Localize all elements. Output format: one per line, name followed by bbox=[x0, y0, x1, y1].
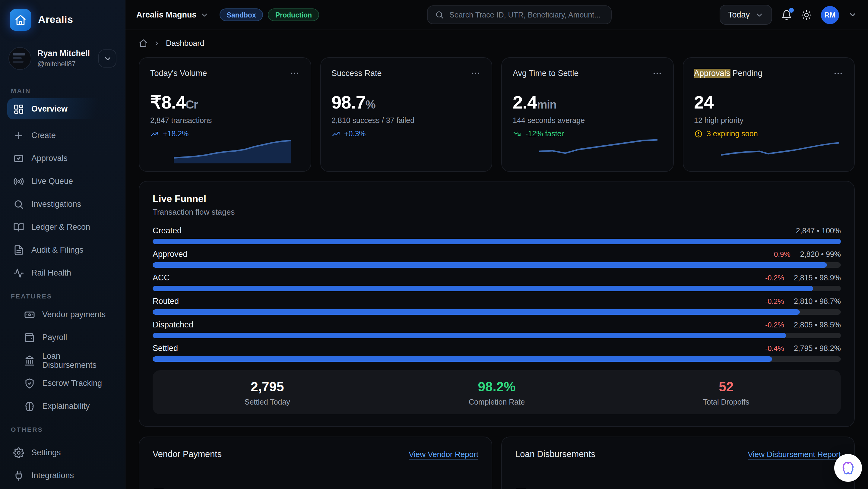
sidebar-item-label: Settings bbox=[31, 448, 61, 457]
kpi-value: 2.4min bbox=[513, 94, 662, 111]
kpi-trend: -12% faster bbox=[513, 130, 662, 138]
profile-avatar[interactable] bbox=[8, 47, 31, 70]
home-icon[interactable] bbox=[139, 39, 148, 47]
sidebar-item-loan-disbursements[interactable]: Loan Disbursements bbox=[7, 350, 118, 371]
wallet-icon bbox=[24, 332, 35, 343]
banknote-icon bbox=[24, 309, 35, 320]
trending-up-icon bbox=[332, 130, 340, 138]
sidebar-item-escrow-tracking[interactable]: Escrow Tracking bbox=[7, 372, 118, 394]
search-input[interactable] bbox=[450, 10, 604, 19]
plus-icon bbox=[13, 130, 24, 141]
funnel-title: Live Funnel bbox=[153, 194, 841, 204]
profile-expand-button[interactable] bbox=[98, 50, 116, 68]
funnel-stage-approved: Approved -0.9%2,820 • 99% bbox=[153, 250, 841, 268]
sidebar-item-create[interactable]: Create bbox=[7, 125, 118, 146]
sandbox-badge[interactable]: Sandbox bbox=[220, 8, 263, 21]
sidebar-item-label: Loan Disbursements bbox=[42, 351, 112, 369]
view-disbursement-report-link[interactable]: View Disbursement Report bbox=[748, 450, 841, 459]
topbar: Arealis Magnus Sandbox Production Today bbox=[125, 0, 868, 30]
brand-logo[interactable] bbox=[10, 9, 31, 31]
nav-others: Settings Integrations bbox=[0, 437, 125, 489]
sidebar-item-settings[interactable]: Settings bbox=[7, 442, 118, 463]
stage-bar-track bbox=[153, 239, 841, 244]
sidebar-item-label: Overview bbox=[31, 104, 67, 113]
user-menu-chevron[interactable] bbox=[848, 10, 857, 19]
profile-handle: @mitchell87 bbox=[37, 60, 90, 68]
trending-down-icon bbox=[513, 130, 521, 138]
more-options-button[interactable] bbox=[470, 68, 481, 78]
org-switcher[interactable]: Arealis Magnus bbox=[136, 10, 209, 19]
sidebar-item-explainability[interactable]: Explainability bbox=[7, 395, 118, 417]
summary-completion-rate: 98.2% Completion Rate bbox=[382, 379, 612, 406]
stage-bar-track bbox=[153, 286, 841, 291]
home-icon bbox=[14, 14, 27, 26]
stage-name: Dispatched bbox=[153, 320, 193, 329]
search-icon bbox=[13, 199, 24, 209]
sidebar-item-approvals[interactable]: Approvals bbox=[7, 148, 118, 169]
stage-name: Approved bbox=[153, 250, 188, 259]
sidebar-item-label: Ledger & Recon bbox=[31, 223, 90, 232]
profile-name: Ryan Mitchell bbox=[37, 49, 90, 59]
chevron-down-icon bbox=[103, 54, 112, 63]
summary-label: Settled Today bbox=[153, 398, 382, 406]
sidebar-item-integrations[interactable]: Integrations bbox=[7, 465, 118, 486]
sidebar-item-label: Payroll bbox=[42, 333, 67, 342]
sidebar: Arealis Ryan Mitchell @mitchell87 MAIN O… bbox=[0, 0, 125, 489]
stage-name: Created bbox=[153, 226, 182, 235]
section-label-features: FEATURES bbox=[0, 283, 125, 304]
nav-features: Vendor payments Payroll Loan Disbursemen… bbox=[0, 304, 125, 417]
kpi-row: Today's Volume ₹8.4Cr 2,847 transactions… bbox=[139, 57, 855, 172]
ai-assistant-fab[interactable] bbox=[834, 454, 862, 482]
landmark-bank-icon bbox=[24, 355, 35, 366]
summary-value: 52 bbox=[611, 379, 841, 395]
stage-drop: -0.9% bbox=[772, 250, 790, 259]
kpi-title: Approvals Pending bbox=[694, 69, 763, 78]
kpi-trend: +0.3% bbox=[332, 130, 481, 138]
summary-label: Total Dropoffs bbox=[611, 398, 841, 406]
stage-bar-track bbox=[153, 356, 841, 362]
sidebar-item-overview[interactable]: Overview bbox=[7, 98, 118, 119]
kpi-subtitle: 2,810 success / 37 failed bbox=[332, 117, 481, 125]
summary-settled-today: 2,795 Settled Today bbox=[153, 379, 382, 406]
kpi-value: 24 bbox=[694, 94, 843, 111]
main-area: Arealis Magnus Sandbox Production Today bbox=[125, 0, 868, 489]
stage-drop: -0.2% bbox=[765, 297, 784, 306]
gear-icon bbox=[13, 447, 24, 458]
sidebar-item-investigations[interactable]: Investigations bbox=[7, 194, 118, 215]
report-title: Loan Disbursements bbox=[515, 449, 595, 459]
sidebar-item-audit-filings[interactable]: Audit & Filings bbox=[7, 239, 118, 260]
breadcrumb-current: Dashboard bbox=[166, 39, 204, 47]
stage-bar-fill bbox=[153, 309, 800, 315]
date-range-button[interactable]: Today bbox=[720, 5, 772, 25]
funnel-stage-routed: Routed -0.2%2,810 • 98.7% bbox=[153, 297, 841, 315]
sidebar-item-ledger-recon[interactable]: Ledger & Recon bbox=[7, 217, 118, 237]
sidebar-item-vendor-payments[interactable]: Vendor payments bbox=[7, 304, 118, 325]
global-search bbox=[427, 5, 612, 24]
plug-icon bbox=[13, 470, 24, 481]
view-vendor-report-link[interactable]: View Vendor Report bbox=[409, 450, 478, 459]
sidebar-item-label: Create bbox=[31, 131, 56, 140]
sidebar-item-live-queue[interactable]: Live Queue bbox=[7, 171, 118, 192]
trending-up-icon bbox=[150, 130, 159, 138]
sidebar-item-label: Audit & Filings bbox=[31, 246, 84, 255]
loan-disbursements-card: Loan Disbursements View Disbursement Rep… bbox=[501, 436, 855, 489]
user-avatar[interactable]: RM bbox=[821, 6, 839, 24]
sidebar-item-payroll[interactable]: Payroll bbox=[7, 327, 118, 348]
kpi-value: 98.7% bbox=[332, 94, 481, 111]
sidebar-item-rail-health[interactable]: Rail Health bbox=[7, 262, 118, 283]
highlighted-text: Approvals bbox=[694, 69, 730, 78]
more-options-button[interactable] bbox=[289, 68, 300, 78]
production-badge[interactable]: Production bbox=[268, 8, 319, 21]
page-content: Dashboard Today's Volume ₹8.4Cr 2,847 tr… bbox=[125, 30, 868, 489]
kpi-title: Today's Volume bbox=[150, 69, 207, 78]
notifications-button[interactable] bbox=[781, 9, 792, 20]
reports-row: Vendor Payments View Vendor Report ₹2.4C… bbox=[139, 436, 855, 489]
stage-name: Routed bbox=[153, 297, 179, 306]
more-options-button[interactable] bbox=[652, 68, 662, 78]
theme-toggle-button[interactable] bbox=[801, 9, 812, 20]
funnel-stage-created: Created 2,847 • 100% bbox=[153, 226, 841, 244]
stage-bar-fill bbox=[153, 239, 841, 244]
more-options-button[interactable] bbox=[833, 68, 843, 78]
summary-value: 2,795 bbox=[153, 379, 382, 395]
notification-dot bbox=[789, 7, 794, 12]
